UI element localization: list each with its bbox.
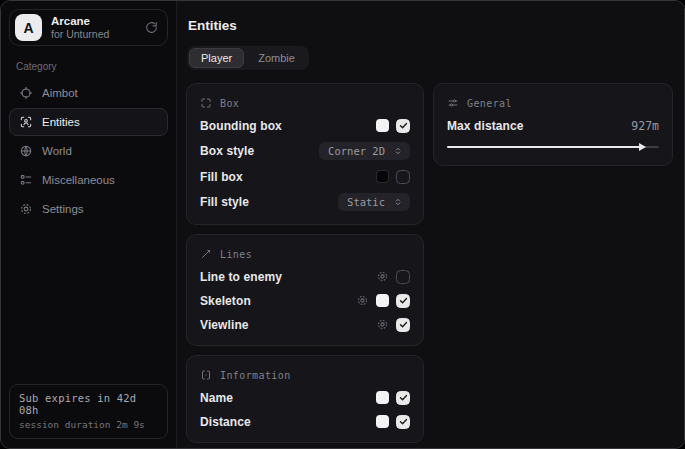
setting-row-skeleton: Skeleton <box>200 293 410 308</box>
line-to-enemy-settings-gear-icon[interactable] <box>376 270 389 283</box>
brand-card: A Arcane for Unturned <box>9 9 168 46</box>
information-panel: Information Name Distance <box>186 355 424 443</box>
sidebar-nav: Aimbot Entities World <box>9 79 168 224</box>
dropdown-value: Static <box>347 196 385 208</box>
setting-label: Box style <box>200 144 254 158</box>
setting-row-viewline: Viewline <box>200 317 410 332</box>
sliders-icon <box>447 97 459 109</box>
sidebar-item-world[interactable]: World <box>9 137 168 165</box>
setting-label: Name <box>200 391 233 405</box>
setting-label: Viewline <box>200 318 249 332</box>
lines-panel-header: Lines <box>200 248 410 260</box>
sub-expiry-text: Sub expires in 42d 08h <box>19 392 158 416</box>
info-brackets-icon <box>200 369 212 381</box>
panel-title: General <box>467 98 512 109</box>
box-panel-header: Box <box>200 97 410 109</box>
name-checkbox[interactable] <box>396 391 410 405</box>
setting-label: Line to enemy <box>200 270 282 284</box>
lines-panel: Lines Line to enemy <box>186 234 424 346</box>
sidebar-item-label: World <box>42 145 72 157</box>
information-panel-header: Information <box>200 369 410 381</box>
select-chevrons-icon <box>393 146 403 156</box>
bounding-box-color-swatch[interactable] <box>376 119 389 132</box>
session-duration-text: session duration 2m 9s <box>19 419 158 430</box>
distance-checkbox[interactable] <box>396 415 410 429</box>
diagonal-line-icon <box>200 248 212 260</box>
distance-color-swatch[interactable] <box>376 415 389 428</box>
category-label: Category <box>16 61 161 72</box>
setting-label: Distance <box>200 415 251 429</box>
sidebar-item-label: Entities <box>42 116 80 128</box>
app-tagline: for Unturned <box>51 28 136 40</box>
setting-label: Max distance <box>447 119 524 133</box>
subscription-status-card: Sub expires in 42d 08h session duration … <box>9 384 168 439</box>
sidebar-item-label: Settings <box>42 203 84 215</box>
name-color-swatch[interactable] <box>376 391 389 404</box>
page-title: Entities <box>188 18 673 33</box>
setting-row-box-style: Box style Corner 2D <box>200 142 410 160</box>
max-distance-slider[interactable] <box>447 141 659 152</box>
sidebar: A Arcane for Unturned Category Aimbot <box>1 1 177 448</box>
general-panel-header: General <box>447 97 659 109</box>
max-distance-slider-fill[interactable] <box>447 146 644 148</box>
panel-title: Lines <box>220 249 252 260</box>
box-panel: Box Bounding box Box style <box>186 83 424 225</box>
max-distance-value: 927m <box>631 119 659 133</box>
tab-player[interactable]: Player <box>189 48 244 68</box>
fill-box-checkbox[interactable] <box>396 170 410 184</box>
general-panel: General Max distance 927m <box>433 83 673 166</box>
bounding-box-checkbox[interactable] <box>396 119 410 133</box>
panels-area: Box Bounding box Box style <box>186 83 673 443</box>
crosshair-icon <box>19 86 33 100</box>
setting-label: Bounding box <box>200 119 282 133</box>
setting-row-bounding-box: Bounding box <box>200 118 410 133</box>
sidebar-item-miscellaneous[interactable]: Miscellaneous <box>9 166 168 194</box>
sidebar-item-entities[interactable]: Entities <box>9 108 168 136</box>
app-window: A Arcane for Unturned Category Aimbot <box>0 0 685 449</box>
globe-icon <box>19 144 33 158</box>
setting-row-line-to-enemy: Line to enemy <box>200 269 410 284</box>
panel-title: Information <box>220 370 291 381</box>
setting-label: Fill style <box>200 195 249 209</box>
dropdown-value: Corner 2D <box>328 145 385 157</box>
line-to-enemy-checkbox[interactable] <box>396 270 410 284</box>
app-logo: A <box>15 14 42 41</box>
viewline-checkbox[interactable] <box>396 318 410 332</box>
setting-row-fill-style: Fill style Static <box>200 193 410 211</box>
viewline-settings-gear-icon[interactable] <box>376 318 389 331</box>
scan-person-icon <box>19 115 33 129</box>
list-grid-icon <box>19 173 33 187</box>
skeleton-settings-gear-icon[interactable] <box>356 294 369 307</box>
brand-text: Arcane for Unturned <box>51 15 136 41</box>
sidebar-item-settings[interactable]: Settings <box>9 195 168 223</box>
main-content: Entities Player Zombie Box <box>177 1 685 448</box>
corners-icon <box>200 97 212 109</box>
tab-zombie[interactable]: Zombie <box>246 48 307 68</box>
setting-row-distance: Distance <box>200 414 410 429</box>
sidebar-item-aimbot[interactable]: Aimbot <box>9 79 168 107</box>
fill-box-color-swatch[interactable] <box>376 170 389 183</box>
app-name: Arcane <box>51 15 136 29</box>
gear-icon <box>19 202 33 216</box>
entity-tabs: Player Zombie <box>187 46 309 70</box>
setting-row-fill-box: Fill box <box>200 169 410 184</box>
sidebar-item-label: Aimbot <box>42 87 78 99</box>
setting-row-name: Name <box>200 390 410 405</box>
setting-label: Fill box <box>200 170 243 184</box>
sidebar-item-label: Miscellaneous <box>42 174 115 186</box>
setting-label: Skeleton <box>200 294 251 308</box>
skeleton-color-swatch[interactable] <box>376 294 389 307</box>
setting-row-max-distance: Max distance 927m <box>447 118 659 133</box>
box-style-dropdown[interactable]: Corner 2D <box>319 142 410 160</box>
panel-title: Box <box>220 98 239 109</box>
select-chevrons-icon <box>393 197 403 207</box>
fill-style-dropdown[interactable]: Static <box>338 193 410 211</box>
refresh-icon[interactable] <box>145 21 158 34</box>
skeleton-checkbox[interactable] <box>396 294 410 308</box>
